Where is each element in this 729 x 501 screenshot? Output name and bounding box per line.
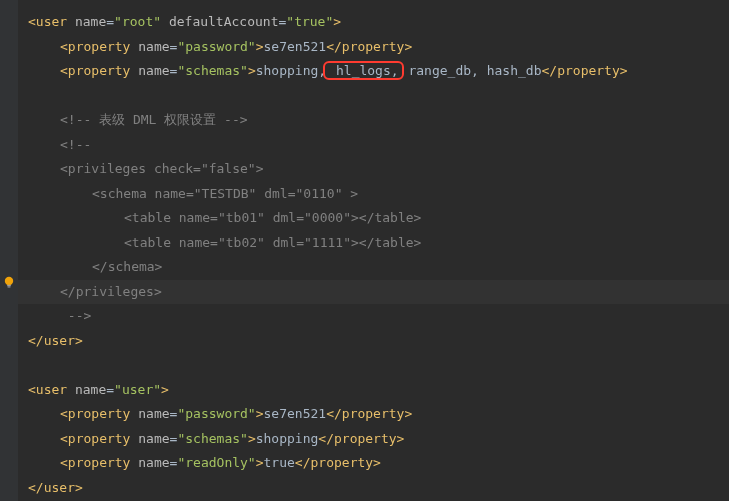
code-line[interactable]: <property name="password">se7en521</prop… <box>28 402 729 427</box>
code-token: hl_logs, <box>328 63 398 78</box>
code-token: <property <box>60 455 138 470</box>
code-line[interactable]: <schema name="TESTDB" dml="0110" > <box>28 182 729 207</box>
svg-rect-1 <box>7 285 11 286</box>
code-token: </property> <box>326 406 412 421</box>
code-token: <table name="tb01" dml="0000"></table> <box>124 210 421 225</box>
code-token: <property <box>60 406 138 421</box>
code-token: = <box>106 382 114 397</box>
code-token: <schema name="TESTDB" dml="0110" > <box>92 186 358 201</box>
code-token: <property <box>60 63 138 78</box>
code-token: name <box>138 431 169 446</box>
code-token: shopping <box>256 431 319 446</box>
code-line[interactable]: <user name="user"> <box>28 378 729 403</box>
code-token: name <box>75 14 106 29</box>
code-token: "password" <box>177 39 255 54</box>
code-token: <user <box>28 14 75 29</box>
code-token: </property> <box>295 455 381 470</box>
highlight-annotation: hl_logs, <box>323 61 403 80</box>
code-token: <!-- <box>60 137 91 152</box>
code-token: true <box>264 455 295 470</box>
code-token: = <box>106 14 114 29</box>
svg-point-0 <box>5 277 13 285</box>
code-token: name <box>138 39 169 54</box>
code-token: name <box>138 455 169 470</box>
code-token: name <box>138 63 169 78</box>
code-token: range_db, hash_db <box>401 63 542 78</box>
code-token: "readOnly" <box>177 455 255 470</box>
code-line[interactable] <box>28 353 729 378</box>
code-line[interactable]: </user> <box>28 329 729 354</box>
code-token: "password" <box>177 406 255 421</box>
code-token: shopping, <box>256 63 326 78</box>
code-line[interactable]: --> <box>28 304 729 329</box>
code-token: > <box>248 431 256 446</box>
code-token: > <box>256 406 264 421</box>
code-token: > <box>256 455 264 470</box>
lightbulb-icon[interactable] <box>2 275 16 289</box>
code-line[interactable]: <user name="root" defaultAccount="true"> <box>28 10 729 35</box>
code-token: <table name="tb02" dml="1111"></table> <box>124 235 421 250</box>
code-token: name <box>138 406 169 421</box>
code-line[interactable]: </user> <box>28 476 729 501</box>
code-token: </user> <box>28 480 83 495</box>
code-line[interactable]: </schema> <box>28 255 729 280</box>
code-token: </property> <box>542 63 628 78</box>
code-line[interactable] <box>28 84 729 109</box>
code-token: <!-- 表级 DML 权限设置 --> <box>60 112 248 127</box>
code-token: <property <box>60 39 138 54</box>
code-token: > <box>333 14 341 29</box>
code-token <box>161 14 169 29</box>
gutter <box>0 0 18 501</box>
code-token: </schema> <box>92 259 162 274</box>
code-token: </property> <box>318 431 404 446</box>
code-token: </property> <box>326 39 412 54</box>
code-token: > <box>161 382 169 397</box>
code-token: > <box>248 63 256 78</box>
code-line[interactable]: </privileges> <box>18 280 729 305</box>
code-line[interactable]: <property name="schemas">shopping</prope… <box>28 427 729 452</box>
code-area[interactable]: <user name="root" defaultAccount="true">… <box>18 0 729 501</box>
code-line[interactable]: <!-- 表级 DML 权限设置 --> <box>28 108 729 133</box>
code-token: "root" <box>114 14 161 29</box>
code-line[interactable]: <privileges check="false"> <box>28 157 729 182</box>
code-token: <user <box>28 382 75 397</box>
code-token: <privileges check="false"> <box>60 161 264 176</box>
code-token: </privileges> <box>60 284 162 299</box>
code-token: "true" <box>286 14 333 29</box>
code-token: name <box>75 382 106 397</box>
svg-rect-2 <box>8 286 11 287</box>
code-token: se7en521 <box>264 406 327 421</box>
code-line[interactable]: <table name="tb01" dml="0000"></table> <box>28 206 729 231</box>
code-token: "schemas" <box>177 431 247 446</box>
code-line[interactable]: <property name="schemas">shopping, hl_lo… <box>28 59 729 84</box>
code-token: se7en521 <box>264 39 327 54</box>
code-token: "schemas" <box>177 63 247 78</box>
code-line[interactable]: <!-- <box>28 133 729 158</box>
code-token: defaultAccount <box>169 14 279 29</box>
code-line[interactable]: <property name="password">se7en521</prop… <box>28 35 729 60</box>
code-token: <property <box>60 431 138 446</box>
code-token: </user> <box>28 333 83 348</box>
code-token: --> <box>60 308 91 323</box>
code-line[interactable]: <table name="tb02" dml="1111"></table> <box>28 231 729 256</box>
code-line[interactable]: <property name="readOnly">true</property… <box>28 451 729 476</box>
code-token: > <box>256 39 264 54</box>
code-editor[interactable]: <user name="root" defaultAccount="true">… <box>0 0 729 501</box>
code-token: "user" <box>114 382 161 397</box>
